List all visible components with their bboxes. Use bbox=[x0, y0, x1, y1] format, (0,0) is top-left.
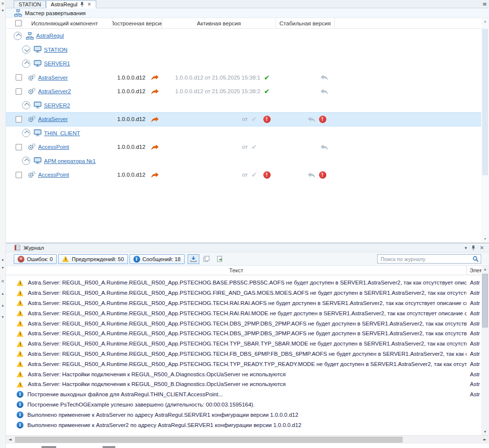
collapse-icon[interactable] bbox=[14, 32, 22, 40]
log-row[interactable]: Astra.Server: REGUL_R500_A.Runtime.REGUL… bbox=[6, 349, 481, 359]
tree-row-group-station[interactable]: STATION bbox=[6, 43, 481, 57]
scroll-up-icon[interactable]: ▴ bbox=[484, 266, 486, 273]
scroll-up-icon[interactable]: ▴ bbox=[0, 303, 5, 307]
window-list-icon[interactable]: ≡ bbox=[480, 0, 489, 8]
log-row[interactable]: Astra.Server: REGUL_R500_A.Runtime.REGUL… bbox=[6, 339, 481, 349]
node-link-astraregul[interactable]: AstraRegul bbox=[36, 33, 64, 39]
messages-filter-button[interactable]: Сообщений: 18 bbox=[129, 254, 185, 264]
journal-vertical-scrollbar[interactable]: ▴ ▾ bbox=[481, 266, 489, 435]
scrollbar-thumb[interactable] bbox=[15, 437, 403, 443]
collapse-icon[interactable] bbox=[22, 101, 30, 109]
close-icon[interactable]: × bbox=[0, 279, 5, 284]
log-row[interactable]: Построение выходных файлов для AstraRegu… bbox=[6, 389, 481, 400]
rollback-icon[interactable] bbox=[307, 116, 316, 122]
copy-button[interactable] bbox=[201, 254, 213, 264]
component-checkbox[interactable] bbox=[16, 74, 22, 81]
select-all-checkbox[interactable] bbox=[15, 20, 21, 26]
tree-row-group-server1[interactable]: SERVER1 bbox=[6, 57, 481, 71]
log-row[interactable]: Astra.Server: Настройки подключения к RE… bbox=[6, 379, 481, 389]
pin-icon[interactable] bbox=[80, 1, 85, 7]
search-input[interactable] bbox=[378, 256, 470, 262]
column-header-element[interactable]: Элем bbox=[467, 266, 481, 275]
log-row[interactable]: Astra.Server: REGUL_R500_A.Runtime.REGUL… bbox=[6, 308, 481, 318]
tree-row-component-astraserver2[interactable]: AstraServer2 1.0.0.0.d12 1.0.0.0.d12 от … bbox=[6, 84, 481, 99]
apply-version-icon[interactable] bbox=[150, 88, 159, 95]
tree-row-root[interactable]: AstraRegul bbox=[6, 29, 481, 43]
tree-row-group-arm-operator[interactable]: АРМ оператора №1 bbox=[6, 154, 481, 168]
collapse-icon[interactable] bbox=[22, 157, 30, 165]
scrollbar-thumb[interactable] bbox=[482, 29, 488, 175]
collapse-icon[interactable] bbox=[22, 60, 30, 68]
deploy-vertical-scrollbar[interactable]: ▴ ▾ bbox=[481, 18, 489, 243]
node-link-arm-operator[interactable]: АРМ оператора №1 bbox=[44, 158, 96, 164]
log-row[interactable]: Выполнено применение к AstraServer2 по а… bbox=[6, 420, 481, 430]
log-row[interactable]: Astra.Server: REGUL_R500_A.Runtime.REGUL… bbox=[6, 298, 481, 308]
scroll-left-icon[interactable]: ◄ bbox=[6, 436, 14, 444]
scroll-down-icon[interactable]: ▾ bbox=[0, 315, 5, 319]
component-link[interactable]: AccessPoint bbox=[38, 172, 69, 178]
export-button[interactable] bbox=[214, 254, 226, 264]
tree-row-component-accesspoint-arm[interactable]: AccessPoint 1.0.0.0.d12 от ✔ ! bbox=[6, 168, 481, 182]
scroll-down-icon[interactable]: ▾ bbox=[484, 236, 486, 243]
pin-icon[interactable] bbox=[471, 245, 476, 251]
chevron-down-icon[interactable]: ▾ bbox=[0, 8, 5, 13]
journal-horizontal-scrollbar[interactable]: ◄ ► bbox=[6, 435, 489, 444]
log-row[interactable]: Astra.Server: REGUL_R500_A.Runtime.REGUL… bbox=[6, 328, 481, 339]
scroll-up-icon[interactable]: ▴ bbox=[0, 291, 5, 296]
tree-row-group-server2[interactable]: SERVER2 bbox=[6, 99, 481, 113]
log-row[interactable]: Astra.Server: REGUL_R500_A.Runtime.REGUL… bbox=[6, 318, 481, 328]
tab-astraregul[interactable]: AstraRegul × bbox=[46, 0, 96, 8]
component-checkbox[interactable] bbox=[16, 172, 22, 178]
apply-version-icon[interactable] bbox=[150, 74, 159, 81]
rollback-icon[interactable] bbox=[307, 172, 316, 178]
log-row[interactable]: Astra.Server: Настройки подключения к RE… bbox=[6, 369, 481, 379]
column-header-text[interactable]: Текст bbox=[6, 266, 467, 275]
component-checkbox[interactable] bbox=[16, 116, 22, 122]
log-row[interactable]: Astra.Server: REGUL_R500_A.Runtime.REGUL… bbox=[6, 359, 481, 369]
rollback-icon[interactable] bbox=[320, 88, 329, 95]
tree-row-component-astraserver-server2[interactable]: AstraServer 1.0.0.0.d12 от ✔ ! bbox=[6, 112, 481, 126]
warning-icon bbox=[17, 350, 24, 357]
scroll-up-icon[interactable]: ▴ bbox=[0, 257, 5, 262]
collapse-icon[interactable] bbox=[22, 129, 30, 137]
close-icon[interactable]: × bbox=[0, 1, 5, 6]
log-row[interactable]: Построение PsTechOGExample успешно завер… bbox=[6, 400, 481, 410]
scroll-right-icon[interactable]: ► bbox=[481, 436, 489, 444]
tree-row-component-astraserver[interactable]: AstraServer 1.0.0.0.d12 1.0.0.0.d12 от 2… bbox=[6, 71, 481, 85]
node-link-station[interactable]: STATION bbox=[44, 47, 67, 53]
close-tab-icon[interactable]: × bbox=[87, 2, 91, 7]
search-icon[interactable] bbox=[470, 256, 481, 262]
apply-version-icon[interactable] bbox=[150, 172, 159, 178]
import-log-button[interactable] bbox=[188, 254, 199, 264]
rollback-icon[interactable] bbox=[320, 144, 329, 150]
node-link-thin-client[interactable]: THIN_CLIENT bbox=[44, 130, 80, 136]
node-link-server2[interactable]: SERVER2 bbox=[44, 102, 70, 108]
tree-row-group-thin-client[interactable]: THIN_CLIENT bbox=[6, 126, 481, 141]
tree-row-component-accesspoint[interactable]: AccessPoint 1.0.0.0.d12 от ✔ bbox=[6, 140, 481, 154]
close-panel-icon[interactable]: × bbox=[480, 244, 484, 251]
expand-icon[interactable] bbox=[22, 45, 30, 54]
component-link[interactable]: AccessPoint bbox=[38, 144, 69, 150]
scroll-up-icon[interactable]: ▴ bbox=[484, 18, 486, 25]
scroll-down-icon[interactable]: ▾ bbox=[484, 428, 486, 435]
panel-menu-chevron-icon[interactable]: ▾ bbox=[465, 245, 467, 250]
node-link-server1[interactable]: SERVER1 bbox=[44, 61, 70, 66]
apply-version-icon[interactable] bbox=[150, 144, 159, 150]
rollback-icon[interactable] bbox=[320, 74, 329, 81]
tab-station[interactable]: STATION bbox=[14, 0, 46, 8]
active-version: 1.0.0.0.d12 от 21.05.2025 15:38:1 bbox=[175, 75, 260, 81]
component-link[interactable]: AstraServer bbox=[38, 116, 68, 122]
log-row[interactable]: Astra.Server: REGUL_R500_A.Runtime.REGUL… bbox=[6, 288, 481, 298]
gears-icon bbox=[27, 171, 36, 179]
component-checkbox[interactable] bbox=[16, 144, 22, 150]
scroll-down-icon[interactable]: ▾ bbox=[0, 265, 5, 270]
log-row[interactable]: Выполнено применение к AstraServer по ад… bbox=[6, 409, 481, 420]
component-checkbox[interactable] bbox=[16, 88, 22, 95]
log-row[interactable]: Astra.Server: REGUL_R500_A.Runtime.REGUL… bbox=[6, 278, 481, 288]
apply-version-icon[interactable] bbox=[150, 116, 159, 122]
scrollbar-thumb[interactable] bbox=[482, 274, 488, 327]
errors-filter-button[interactable]: Ошибок: 0 bbox=[14, 254, 57, 264]
component-link[interactable]: AstraServer2 bbox=[38, 88, 71, 94]
warnings-filter-button[interactable]: Предупреждений: 50 bbox=[58, 254, 128, 264]
component-link[interactable]: AstraServer bbox=[38, 75, 68, 81]
